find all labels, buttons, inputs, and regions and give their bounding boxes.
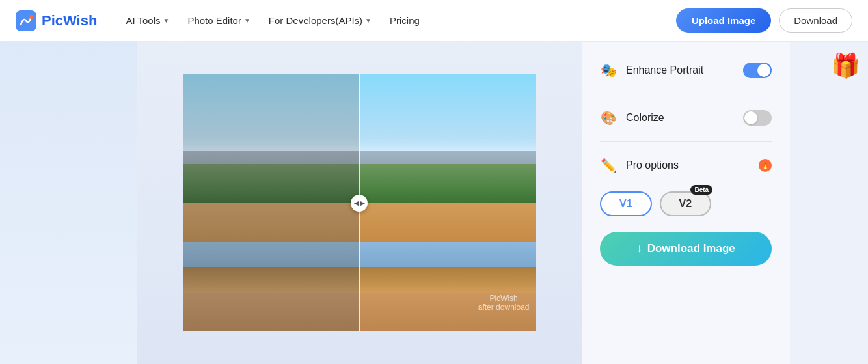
- nav-ai-tools[interactable]: AI Tools ▼: [118, 10, 177, 31]
- pro-options-icon: ✏️: [600, 158, 617, 173]
- canvas-area: PicWish after download ◄►: [137, 42, 582, 364]
- pro-options-row: ✏️ Pro options 🔥: [600, 158, 772, 173]
- main-nav: AI Tools ▼ Photo Editor ▼ For Developers…: [118, 10, 676, 31]
- enhance-portrait-label: Enhance Portrait: [626, 64, 734, 76]
- v1-button[interactable]: V1: [600, 191, 652, 216]
- gift-icon[interactable]: 🎁: [831, 52, 860, 79]
- divider-1: [600, 94, 772, 94]
- version-row: V1 Beta V2: [600, 191, 772, 216]
- logo-area[interactable]: PicWish: [16, 10, 97, 31]
- download-arrow-icon: ↓: [636, 242, 642, 255]
- nav-for-developers[interactable]: For Developers(APIs) ▼: [261, 10, 379, 31]
- colorize-knob: [744, 111, 757, 124]
- header-actions: Upload Image Download: [676, 8, 852, 33]
- beta-badge: Beta: [690, 185, 712, 195]
- elephant-image: [183, 74, 359, 331]
- picwish-logo-icon: [16, 10, 36, 31]
- svg-point-1: [29, 15, 33, 19]
- far-right-panel: 🎁: [790, 42, 868, 364]
- header: PicWish AI Tools ▼ Photo Editor ▼ For De…: [0, 0, 868, 42]
- enhance-portrait-toggle[interactable]: [743, 63, 772, 78]
- main-area: PicWish after download ◄► 🎭 Enhance Port…: [0, 42, 868, 364]
- nav-photo-editor[interactable]: Photo Editor ▼: [180, 10, 258, 31]
- nav-pricing[interactable]: Pricing: [382, 10, 427, 31]
- v2-button[interactable]: Beta V2: [660, 191, 712, 216]
- colorize-label: Colorize: [626, 112, 734, 124]
- right-controls-panel: 🎭 Enhance Portrait 🎨 Colorize ✏️ Pro opt…: [582, 42, 790, 364]
- image-enhanced: PicWish after download: [359, 74, 536, 331]
- enhance-portrait-row: 🎭 Enhance Portrait: [600, 63, 772, 78]
- ai-tools-chevron-icon: ▼: [163, 17, 169, 24]
- logo-text: PicWish: [42, 12, 97, 29]
- drag-arrows-icon: ◄►: [353, 199, 366, 208]
- pro-badge: 🔥: [759, 159, 772, 172]
- watermark: PicWish after download: [478, 294, 530, 312]
- upload-image-button[interactable]: Upload Image: [676, 8, 771, 33]
- compare-drag-handle[interactable]: ◄►: [351, 195, 368, 212]
- image-original: [183, 74, 359, 331]
- download-image-button[interactable]: ↓ Download Image: [600, 232, 772, 266]
- for-developers-chevron-icon: ▼: [365, 17, 372, 24]
- photo-editor-chevron-icon: ▼: [244, 17, 251, 24]
- image-compare-container: PicWish after download ◄►: [183, 74, 536, 331]
- left-sidebar: [0, 42, 137, 364]
- enhance-portrait-icon: 🎭: [600, 63, 617, 78]
- colorize-row: 🎨 Colorize: [600, 110, 772, 126]
- pro-options-label: Pro options: [626, 160, 750, 171]
- colorize-toggle[interactable]: [743, 110, 772, 126]
- colorize-icon: 🎨: [600, 110, 617, 126]
- download-button[interactable]: Download: [779, 8, 852, 33]
- enhance-portrait-knob: [757, 64, 770, 77]
- divider-2: [600, 141, 772, 142]
- elephant-image-enhanced: [359, 74, 536, 331]
